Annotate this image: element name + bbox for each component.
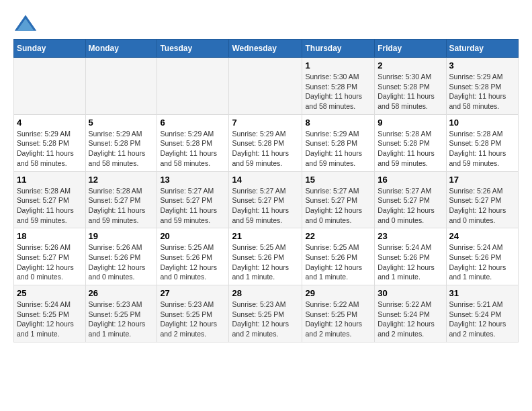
day-number: 19 <box>89 231 154 241</box>
day-cell: 23Sunrise: 5:24 AM Sunset: 5:26 PM Dayli… <box>375 228 446 285</box>
days-header-row: SundayMondayTuesdayWednesdayThursdayFrid… <box>14 40 519 58</box>
day-info: Sunrise: 5:30 AM Sunset: 5:28 PM Dayligh… <box>305 72 371 111</box>
day-info: Sunrise: 5:29 AM Sunset: 5:28 PM Dayligh… <box>232 129 299 169</box>
day-cell: 25Sunrise: 5:24 AM Sunset: 5:25 PM Dayli… <box>14 285 86 342</box>
day-info: Sunrise: 5:24 AM Sunset: 5:26 PM Dayligh… <box>378 242 443 282</box>
day-cell: 18Sunrise: 5:26 AM Sunset: 5:27 PM Dayli… <box>14 228 86 285</box>
day-cell: 4Sunrise: 5:29 AM Sunset: 5:28 PM Daylig… <box>14 114 86 171</box>
day-number: 21 <box>232 231 299 241</box>
day-cell: 20Sunrise: 5:25 AM Sunset: 5:26 PM Dayli… <box>157 228 229 285</box>
day-info: Sunrise: 5:26 AM Sunset: 5:26 PM Dayligh… <box>89 242 154 282</box>
day-cell: 12Sunrise: 5:28 AM Sunset: 5:27 PM Dayli… <box>85 171 157 228</box>
day-cell: 31Sunrise: 5:21 AM Sunset: 5:24 PM Dayli… <box>446 285 518 342</box>
day-cell: 11Sunrise: 5:28 AM Sunset: 5:27 PM Dayli… <box>14 171 86 228</box>
header-wednesday: Wednesday <box>229 40 302 58</box>
day-cell: 5Sunrise: 5:29 AM Sunset: 5:28 PM Daylig… <box>85 114 157 171</box>
day-number: 7 <box>232 118 299 128</box>
header-saturday: Saturday <box>446 40 518 58</box>
day-number: 11 <box>17 175 83 185</box>
day-number: 30 <box>378 288 443 298</box>
day-cell: 22Sunrise: 5:25 AM Sunset: 5:26 PM Dayli… <box>302 228 375 285</box>
day-info: Sunrise: 5:28 AM Sunset: 5:28 PM Dayligh… <box>449 129 515 169</box>
generalblue-logo-icon <box>13 13 38 32</box>
week-row-1: 1Sunrise: 5:30 AM Sunset: 5:28 PM Daylig… <box>14 58 519 115</box>
day-cell <box>14 58 86 115</box>
day-number: 8 <box>305 118 371 128</box>
day-number: 3 <box>449 60 515 71</box>
day-info: Sunrise: 5:30 AM Sunset: 5:28 PM Dayligh… <box>378 72 443 111</box>
day-info: Sunrise: 5:29 AM Sunset: 5:28 PM Dayligh… <box>17 129 83 169</box>
header-friday: Friday <box>375 40 446 58</box>
day-info: Sunrise: 5:27 AM Sunset: 5:27 PM Dayligh… <box>232 186 299 226</box>
day-info: Sunrise: 5:29 AM Sunset: 5:28 PM Dayligh… <box>449 72 515 111</box>
day-number: 31 <box>449 288 515 298</box>
day-cell: 28Sunrise: 5:23 AM Sunset: 5:25 PM Dayli… <box>229 285 302 342</box>
day-cell <box>229 58 302 115</box>
day-number: 2 <box>378 60 443 71</box>
day-number: 15 <box>305 175 371 185</box>
day-cell: 6Sunrise: 5:29 AM Sunset: 5:28 PM Daylig… <box>157 114 229 171</box>
day-cell: 29Sunrise: 5:22 AM Sunset: 5:25 PM Dayli… <box>302 285 375 342</box>
day-info: Sunrise: 5:27 AM Sunset: 5:27 PM Dayligh… <box>378 186 443 226</box>
day-info: Sunrise: 5:23 AM Sunset: 5:25 PM Dayligh… <box>160 300 226 339</box>
day-cell <box>157 58 229 115</box>
day-number: 20 <box>160 231 226 241</box>
week-row-4: 18Sunrise: 5:26 AM Sunset: 5:27 PM Dayli… <box>14 228 519 285</box>
day-number: 22 <box>305 231 371 241</box>
day-number: 5 <box>89 118 154 128</box>
day-info: Sunrise: 5:24 AM Sunset: 5:26 PM Dayligh… <box>449 242 515 282</box>
day-cell: 30Sunrise: 5:22 AM Sunset: 5:24 PM Dayli… <box>375 285 446 342</box>
day-info: Sunrise: 5:23 AM Sunset: 5:25 PM Dayligh… <box>89 300 154 339</box>
header-thursday: Thursday <box>302 40 375 58</box>
day-number: 10 <box>449 118 515 128</box>
day-info: Sunrise: 5:28 AM Sunset: 5:27 PM Dayligh… <box>17 186 83 226</box>
day-info: Sunrise: 5:29 AM Sunset: 5:28 PM Dayligh… <box>305 129 371 169</box>
week-row-5: 25Sunrise: 5:24 AM Sunset: 5:25 PM Dayli… <box>14 285 519 342</box>
day-info: Sunrise: 5:21 AM Sunset: 5:24 PM Dayligh… <box>449 300 515 339</box>
day-number: 6 <box>160 118 226 128</box>
day-info: Sunrise: 5:25 AM Sunset: 5:26 PM Dayligh… <box>160 242 226 282</box>
day-info: Sunrise: 5:27 AM Sunset: 5:27 PM Dayligh… <box>305 186 371 226</box>
day-cell: 10Sunrise: 5:28 AM Sunset: 5:28 PM Dayli… <box>446 114 518 171</box>
day-cell: 17Sunrise: 5:26 AM Sunset: 5:27 PM Dayli… <box>446 171 518 228</box>
day-number: 23 <box>378 231 443 241</box>
day-cell: 19Sunrise: 5:26 AM Sunset: 5:26 PM Dayli… <box>85 228 157 285</box>
day-info: Sunrise: 5:25 AM Sunset: 5:26 PM Dayligh… <box>232 242 299 282</box>
day-info: Sunrise: 5:23 AM Sunset: 5:25 PM Dayligh… <box>232 300 299 339</box>
day-cell: 15Sunrise: 5:27 AM Sunset: 5:27 PM Dayli… <box>302 171 375 228</box>
day-cell: 2Sunrise: 5:30 AM Sunset: 5:28 PM Daylig… <box>375 58 446 115</box>
day-cell: 27Sunrise: 5:23 AM Sunset: 5:25 PM Dayli… <box>157 285 229 342</box>
day-cell: 9Sunrise: 5:28 AM Sunset: 5:28 PM Daylig… <box>375 114 446 171</box>
day-number: 12 <box>89 175 154 185</box>
day-info: Sunrise: 5:22 AM Sunset: 5:25 PM Dayligh… <box>305 300 371 339</box>
day-cell: 3Sunrise: 5:29 AM Sunset: 5:28 PM Daylig… <box>446 58 518 115</box>
day-info: Sunrise: 5:28 AM Sunset: 5:28 PM Dayligh… <box>378 129 443 169</box>
day-cell: 1Sunrise: 5:30 AM Sunset: 5:28 PM Daylig… <box>302 58 375 115</box>
day-cell: 14Sunrise: 5:27 AM Sunset: 5:27 PM Dayli… <box>229 171 302 228</box>
header-monday: Monday <box>85 40 157 58</box>
day-number: 13 <box>160 175 226 185</box>
day-cell: 8Sunrise: 5:29 AM Sunset: 5:28 PM Daylig… <box>302 114 375 171</box>
header-tuesday: Tuesday <box>157 40 229 58</box>
day-info: Sunrise: 5:29 AM Sunset: 5:28 PM Dayligh… <box>160 129 226 169</box>
day-number: 27 <box>160 288 226 298</box>
day-info: Sunrise: 5:26 AM Sunset: 5:27 PM Dayligh… <box>449 186 515 226</box>
day-number: 18 <box>17 231 83 241</box>
day-cell: 16Sunrise: 5:27 AM Sunset: 5:27 PM Dayli… <box>375 171 446 228</box>
header-sunday: Sunday <box>14 40 86 58</box>
day-number: 9 <box>378 118 443 128</box>
logo <box>13 13 42 32</box>
day-info: Sunrise: 5:26 AM Sunset: 5:27 PM Dayligh… <box>17 242 83 282</box>
day-info: Sunrise: 5:24 AM Sunset: 5:25 PM Dayligh… <box>17 300 83 339</box>
day-number: 26 <box>89 288 154 298</box>
day-number: 28 <box>232 288 299 298</box>
week-row-2: 4Sunrise: 5:29 AM Sunset: 5:28 PM Daylig… <box>14 114 519 171</box>
day-info: Sunrise: 5:28 AM Sunset: 5:27 PM Dayligh… <box>89 186 154 226</box>
day-cell: 7Sunrise: 5:29 AM Sunset: 5:28 PM Daylig… <box>229 114 302 171</box>
day-cell: 24Sunrise: 5:24 AM Sunset: 5:26 PM Dayli… <box>446 228 518 285</box>
day-number: 14 <box>232 175 299 185</box>
day-number: 24 <box>449 231 515 241</box>
day-cell: 21Sunrise: 5:25 AM Sunset: 5:26 PM Dayli… <box>229 228 302 285</box>
day-number: 16 <box>378 175 443 185</box>
day-info: Sunrise: 5:29 AM Sunset: 5:28 PM Dayligh… <box>89 129 154 169</box>
